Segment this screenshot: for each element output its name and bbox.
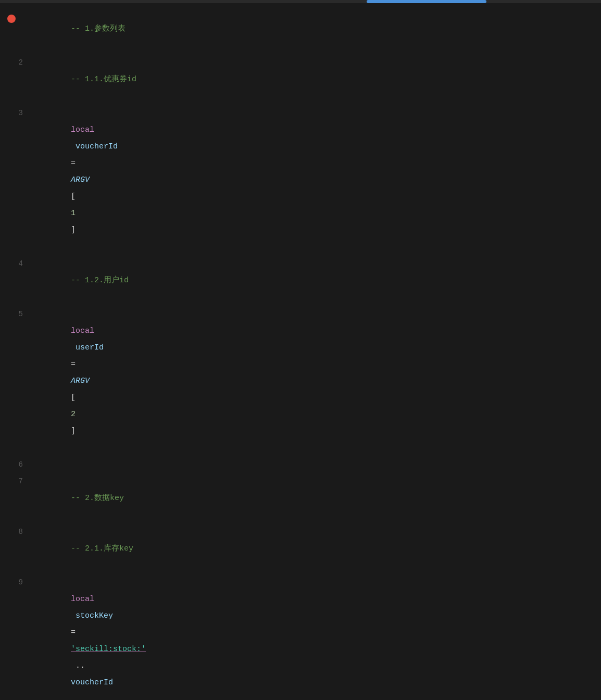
comment-8: -- 2.1.库存key	[71, 544, 133, 553]
line-num-8: 8	[0, 523, 31, 540]
scrollbar-track[interactable]	[0, 0, 601, 3]
line-content-8[interactable]: -- 2.1.库存key	[31, 524, 601, 574]
argv-2: ARGV	[71, 377, 90, 385]
concat-9: ..	[71, 661, 90, 670]
line-8: 8 -- 2.1.库存key	[0, 523, 601, 574]
line-content-7[interactable]: -- 2.数据key	[31, 473, 601, 523]
line-content-2[interactable]: -- 1.1.优惠券id	[31, 55, 601, 105]
line-num-7: 7	[0, 473, 31, 490]
bracket-3: [	[71, 192, 76, 201]
line-num-2: 2	[0, 54, 31, 71]
kw-local-3: local	[71, 126, 94, 134]
comment-7: -- 2.数据key	[71, 494, 124, 503]
var-voucherid-9: voucherId	[71, 678, 113, 687]
op-9: =	[71, 628, 80, 637]
line-9: 9 local stockKey = 'seckill:stock:' .. v…	[0, 574, 601, 700]
editor-container: -- 1.参数列表 2 -- 1.1.优惠券id 3 local voucher…	[0, 0, 601, 700]
comment-1: -- 1.参数列表	[71, 24, 126, 33]
line-2: 2 -- 1.1.优惠券id	[0, 54, 601, 105]
line-content-3[interactable]: local voucherId = ARGV [ 1 ]	[31, 105, 601, 255]
comment-4: -- 1.2.用户id	[71, 276, 129, 285]
bracket-3b: ]	[71, 226, 76, 234]
code-area: -- 1.参数列表 2 -- 1.1.优惠券id 3 local voucher…	[0, 0, 601, 700]
line-content-1[interactable]: -- 1.参数列表	[31, 4, 601, 54]
var-userid: userId	[71, 343, 108, 352]
num-1: 1	[71, 209, 76, 218]
red-dot-button[interactable]	[7, 15, 16, 23]
line-1: -- 1.参数列表	[0, 4, 601, 54]
var-stockkey: stockKey	[71, 611, 118, 620]
line-6: 6	[0, 456, 601, 473]
line-content-9[interactable]: local stockKey = 'seckill:stock:' .. vou…	[31, 574, 601, 700]
comment-2: -- 1.1.优惠券id	[71, 75, 136, 84]
op-5: =	[71, 360, 80, 369]
bracket-5b: ]	[71, 427, 76, 435]
line-content-5[interactable]: local userId = ARGV [ 2 ]	[31, 306, 601, 456]
line-num-6: 6	[0, 456, 31, 473]
line-num-5: 5	[0, 306, 31, 322]
line-4: 4 -- 1.2.用户id	[0, 255, 601, 306]
line-3: 3 local voucherId = ARGV [ 1 ]	[0, 105, 601, 255]
var-voucherid: voucherId	[71, 142, 122, 151]
line-5: 5 local userId = ARGV [ 2 ]	[0, 306, 601, 456]
kw-local-5: local	[71, 327, 94, 335]
bracket-5: [	[71, 393, 76, 402]
num-2: 2	[71, 410, 76, 419]
op-3: =	[71, 159, 80, 168]
line-num-9: 9	[0, 574, 31, 591]
line-num-3: 3	[0, 105, 31, 121]
line-num-4: 4	[0, 255, 31, 272]
kw-local-9: local	[71, 595, 94, 604]
line-7: 7 -- 2.数据key	[0, 473, 601, 523]
str-seckill-stock: 'seckill:stock:'	[71, 645, 146, 654]
line-content-4[interactable]: -- 1.2.用户id	[31, 256, 601, 306]
scrollbar-thumb[interactable]	[367, 0, 486, 3]
argv-1: ARGV	[71, 176, 90, 184]
